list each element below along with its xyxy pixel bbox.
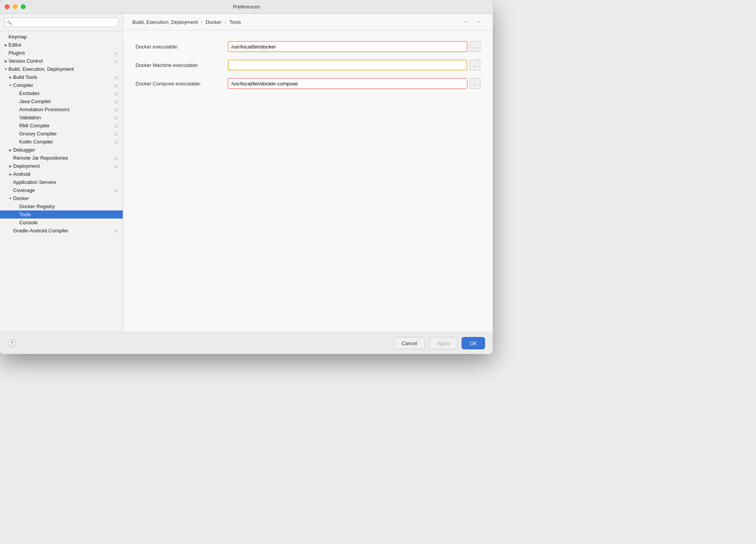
settings-icon — [114, 139, 120, 145]
search-wrapper — [5, 18, 118, 27]
minimize-button[interactable] — [13, 4, 18, 9]
docker-machine-executable-label: Docker Machine executable: — [135, 62, 228, 68]
title-bar: Preferences — [0, 0, 493, 14]
settings-icon — [114, 99, 120, 104]
apply-button[interactable]: Apply — [429, 337, 458, 349]
sidebar-item-deployment[interactable]: Deployment — [0, 162, 123, 170]
docker-machine-executable-input[interactable] — [228, 60, 467, 70]
sidebar: Keymap Editor Plugins Version Control — [0, 14, 123, 332]
sidebar-item-version-control[interactable]: Version Control — [0, 57, 123, 65]
main-layout: Keymap Editor Plugins Version Control — [0, 14, 493, 332]
settings-icon — [114, 123, 120, 128]
sidebar-item-annotation-processors[interactable]: Annotation Processors — [0, 105, 123, 113]
settings-icon — [114, 115, 120, 120]
sidebar-item-build-tools[interactable]: Build Tools — [0, 73, 123, 81]
sidebar-item-validation[interactable]: Validation — [0, 113, 123, 122]
chevron-down-icon — [8, 83, 13, 88]
footer: ? Cancel Apply OK — [0, 332, 493, 354]
sidebar-item-remote-jar-repositories[interactable]: Remote Jar Repositories — [0, 154, 123, 162]
sidebar-item-groovy-compiler[interactable]: Groovy Compiler — [0, 130, 123, 138]
chevron-right-icon — [3, 42, 8, 48]
settings-icon — [114, 131, 120, 137]
chevron-right-icon — [8, 172, 13, 177]
search-bar — [0, 14, 123, 31]
sidebar-item-editor[interactable]: Editor — [0, 41, 123, 49]
window-title: Preferences — [233, 4, 260, 10]
chevron-down-icon — [3, 67, 8, 72]
sidebar-item-docker[interactable]: Docker — [0, 194, 123, 202]
maximize-button[interactable] — [21, 4, 26, 9]
content-area: Build, Execution, Deployment › Docker › … — [123, 14, 493, 332]
breadcrumb-part2: Docker — [206, 19, 221, 25]
footer-actions: Cancel Apply OK — [393, 337, 485, 349]
sidebar-item-coverage[interactable]: Coverage — [0, 186, 123, 194]
sidebar-item-application-servers[interactable]: Application Servers — [0, 178, 123, 186]
sidebar-item-rmi-compiler[interactable]: RMI Compiler — [0, 122, 123, 130]
window-controls — [5, 4, 26, 9]
sidebar-tree: Keymap Editor Plugins Version Control — [0, 31, 123, 332]
sidebar-item-gradle-android-compiler[interactable]: Gradle-Android Compiler — [0, 227, 123, 235]
ok-button[interactable]: OK — [462, 337, 485, 349]
settings-icon — [114, 188, 120, 193]
sidebar-item-excludes[interactable]: Excludes — [0, 89, 123, 97]
settings-icon — [114, 155, 120, 161]
breadcrumb: Build, Execution, Deployment › Docker › … — [123, 14, 493, 30]
cancel-button[interactable]: Cancel — [393, 337, 425, 349]
docker-compose-executable-label: Docker Compose executable: — [135, 81, 228, 87]
docker-compose-executable-wrapper: ... — [228, 78, 480, 89]
docker-executable-row: Docker executable: ... — [135, 41, 480, 52]
chevron-right-icon — [8, 147, 13, 153]
docker-compose-browse-button[interactable]: ... — [470, 78, 480, 89]
nav-back-button[interactable]: ← — [462, 18, 471, 25]
sidebar-item-java-compiler[interactable]: Java Compiler — [0, 97, 123, 105]
breadcrumb-part1: Build, Execution, Deployment — [132, 19, 198, 25]
settings-icon — [114, 83, 120, 88]
breadcrumb-part3: Tools — [229, 19, 241, 25]
sidebar-item-tools[interactable]: Tools — [0, 210, 123, 219]
help-button[interactable]: ? — [8, 339, 16, 347]
settings-icon — [114, 164, 120, 169]
docker-executable-wrapper: ... — [228, 41, 480, 52]
sidebar-item-console[interactable]: Console — [0, 219, 123, 227]
chevron-right-icon — [8, 75, 13, 80]
sidebar-item-android[interactable]: Android — [0, 170, 123, 178]
settings-icon — [114, 228, 120, 234]
content-body: Docker executable: ... Docker Machine ex… — [123, 30, 493, 332]
docker-compose-executable-input[interactable] — [228, 78, 467, 89]
docker-executable-label: Docker executable: — [135, 44, 228, 50]
breadcrumb-sep2: › — [224, 19, 226, 25]
nav-forward-button[interactable]: → — [474, 18, 483, 25]
sidebar-item-keymap[interactable]: Keymap — [0, 33, 123, 41]
chevron-down-icon — [8, 196, 13, 201]
chevron-right-icon — [3, 58, 8, 64]
sidebar-item-plugins[interactable]: Plugins — [0, 49, 123, 57]
settings-icon — [114, 50, 120, 56]
close-button[interactable] — [5, 4, 10, 9]
docker-executable-input[interactable] — [228, 41, 467, 52]
sidebar-item-build-execution-deployment[interactable]: Build, Execution, Deployment — [0, 65, 123, 73]
docker-machine-browse-button[interactable]: ... — [470, 60, 480, 70]
docker-executable-browse-button[interactable]: ... — [470, 41, 480, 52]
search-input[interactable] — [5, 18, 118, 27]
sidebar-item-compiler[interactable]: Compiler — [0, 81, 123, 89]
settings-icon — [114, 58, 120, 64]
chevron-right-icon — [8, 164, 13, 169]
settings-icon — [114, 75, 120, 80]
settings-icon — [114, 107, 120, 112]
docker-compose-executable-row: Docker Compose executable: ... — [135, 78, 480, 89]
breadcrumb-sep1: › — [201, 19, 202, 25]
breadcrumb-nav: ← → — [462, 18, 483, 25]
settings-icon — [114, 91, 120, 96]
docker-machine-executable-row: Docker Machine executable: ... — [135, 60, 480, 70]
sidebar-item-kotlin-compiler[interactable]: Kotlin Compiler — [0, 138, 123, 146]
sidebar-item-docker-registry[interactable]: Docker Registry — [0, 202, 123, 210]
sidebar-item-debugger[interactable]: Debugger — [0, 146, 123, 154]
docker-machine-executable-wrapper: ... — [228, 60, 480, 70]
